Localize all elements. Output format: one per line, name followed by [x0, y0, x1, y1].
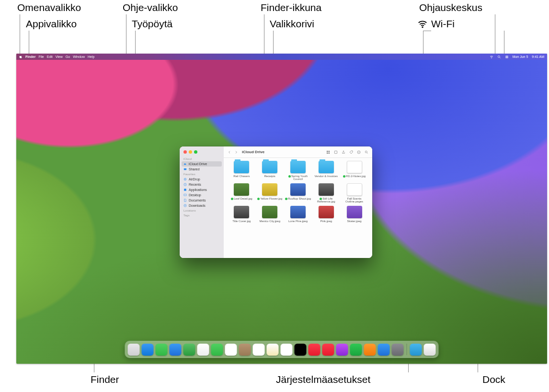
svg-rect-5 [184, 168, 186, 170]
app-menu[interactable]: Finder [25, 55, 35, 58]
svg-rect-4 [505, 57, 508, 58]
menu-view[interactable]: View [56, 55, 63, 58]
sidebar-item-downloads[interactable]: Downloads [182, 203, 222, 208]
dock-app-facetime[interactable] [211, 344, 223, 356]
svg-rect-16 [334, 151, 337, 153]
file-item[interactable]: Rooftop Shoot.jpg [285, 183, 311, 203]
menu-edit[interactable]: Edit [47, 55, 53, 58]
tag-dot [320, 198, 322, 200]
menu-go[interactable]: Go [66, 55, 70, 58]
tag-dot [285, 198, 287, 200]
finder-main: iCloud Drive Rail ChasersReceiptsSpring … [224, 146, 372, 258]
file-item[interactable]: Receipts [257, 161, 283, 180]
tag-dot [288, 175, 291, 178]
minimize-button[interactable] [189, 150, 192, 154]
menu-help[interactable]: Help [88, 55, 94, 58]
wifi-icon [418, 19, 427, 29]
menubar-date[interactable]: Mon Jun 5 [513, 55, 528, 58]
callout-control-center: Ohjauskeskus [419, 2, 482, 13]
file-name: Fall Scents Outline.pages [341, 197, 367, 203]
forward-button[interactable] [234, 150, 238, 154]
sidebar-item-applications[interactable]: Applications [182, 187, 222, 192]
svg-rect-15 [329, 152, 330, 153]
apple-menu-icon[interactable] [19, 55, 23, 58]
dock-app-music[interactable] [309, 344, 320, 356]
spotlight-icon[interactable] [497, 55, 501, 59]
dock-app-notes[interactable] [267, 344, 279, 356]
sidebar-item-recents[interactable]: Recents [182, 182, 222, 187]
file-name: Rooftop Shoot.jpg [285, 197, 311, 200]
file-thumbnail [290, 183, 306, 196]
dock-app-tv[interactable] [295, 344, 307, 356]
zoom-button[interactable] [194, 150, 197, 154]
finder-title: iCloud Drive [242, 150, 264, 154]
search-icon[interactable] [365, 150, 368, 154]
dock-app-safari[interactable] [142, 344, 154, 356]
folder-icon [290, 161, 306, 173]
dock-app-settings[interactable] [392, 344, 404, 356]
action-icon[interactable] [357, 150, 361, 154]
dock-app-podcasts[interactable] [336, 344, 348, 356]
sidebar-item-documents[interactable]: Documents [182, 198, 222, 203]
callout-finder-dock: Finder [91, 374, 119, 385]
menu-file[interactable]: File [38, 55, 44, 58]
file-item[interactable]: Title Cover.jpg [229, 206, 255, 223]
sidebar-item-desktop[interactable]: Desktop [182, 192, 222, 198]
file-item[interactable]: Fall Scents Outline.pages [341, 183, 367, 203]
svg-point-1 [491, 57, 492, 58]
file-item[interactable]: Pink.jpeg [313, 206, 339, 223]
file-name: RD.2-Notes.jpg [343, 175, 366, 178]
file-item[interactable]: RD.2-Notes.jpg [341, 161, 367, 180]
wifi-status-icon[interactable] [490, 55, 493, 59]
menubar-time[interactable]: 9:41 AM [532, 55, 544, 58]
sidebar-section: Locations [182, 208, 222, 213]
back-button[interactable] [228, 150, 231, 154]
menubar: Finder File Edit View Go Window Help Mon… [16, 54, 547, 60]
tag-icon[interactable] [349, 150, 353, 154]
sidebar-item-shared[interactable]: Shared [182, 167, 222, 172]
file-thumbnail [347, 161, 362, 173]
file-item[interactable]: Lone Pine.jpeg [285, 206, 311, 223]
callout-line [126, 14, 126, 57]
dock-app-photos[interactable] [197, 344, 209, 356]
file-item[interactable]: Still Life Reference.jpg [313, 183, 339, 203]
dock-app-contacts[interactable] [239, 344, 251, 356]
file-item[interactable]: Leaf Detail.jpg [229, 183, 255, 203]
close-button[interactable] [183, 150, 187, 154]
dock-app-pages[interactable] [364, 344, 376, 356]
dock-app-calendar[interactable] [225, 344, 237, 356]
dock-app-trash[interactable] [424, 344, 436, 356]
dock-app-messages[interactable] [156, 344, 168, 356]
dock-app-maps[interactable] [183, 344, 195, 356]
callout-finder-window: Finder-ikkuna [261, 2, 321, 13]
file-thumbnail [262, 206, 277, 218]
dock-app-news[interactable] [322, 344, 334, 356]
file-name: Mexico City.jpeg [259, 220, 280, 223]
callout-app-menu: Appivalikko [26, 18, 77, 30]
file-item[interactable]: Rail Chasers [229, 161, 255, 180]
callout-help-menu: Ohje-valikko [123, 2, 178, 13]
sidebar-item-icloud-drive[interactable]: iCloud Drive [182, 161, 222, 167]
view-mode-icon[interactable] [326, 150, 330, 154]
file-item[interactable]: Vendor & Invoices [313, 161, 339, 180]
callout-line [20, 14, 20, 57]
dock-app-launchpad[interactable] [128, 344, 140, 356]
group-icon[interactable] [334, 150, 338, 154]
dock-app-numbers[interactable] [350, 344, 362, 356]
folder-icon [319, 161, 334, 173]
dock-app-freeform[interactable] [281, 344, 293, 356]
file-item[interactable]: Skater.jpeg [341, 206, 367, 223]
menu-window[interactable]: Window [73, 55, 85, 58]
file-item[interactable]: Spring Youth Council [285, 161, 311, 180]
file-item[interactable]: Yellow Flower.jpg [257, 183, 283, 203]
share-icon[interactable] [342, 150, 345, 154]
sidebar-item-airdrop[interactable]: AirDrop [182, 177, 222, 182]
dock-app-downloads[interactable] [410, 344, 422, 356]
control-center-icon[interactable] [505, 55, 509, 59]
svg-rect-12 [327, 151, 328, 152]
file-item[interactable]: Mexico City.jpeg [257, 206, 283, 223]
file-thumbnail [262, 183, 277, 196]
dock-app-reminders[interactable] [253, 344, 265, 356]
dock-app-mail[interactable] [170, 344, 182, 356]
dock-app-appstore[interactable] [378, 344, 390, 356]
